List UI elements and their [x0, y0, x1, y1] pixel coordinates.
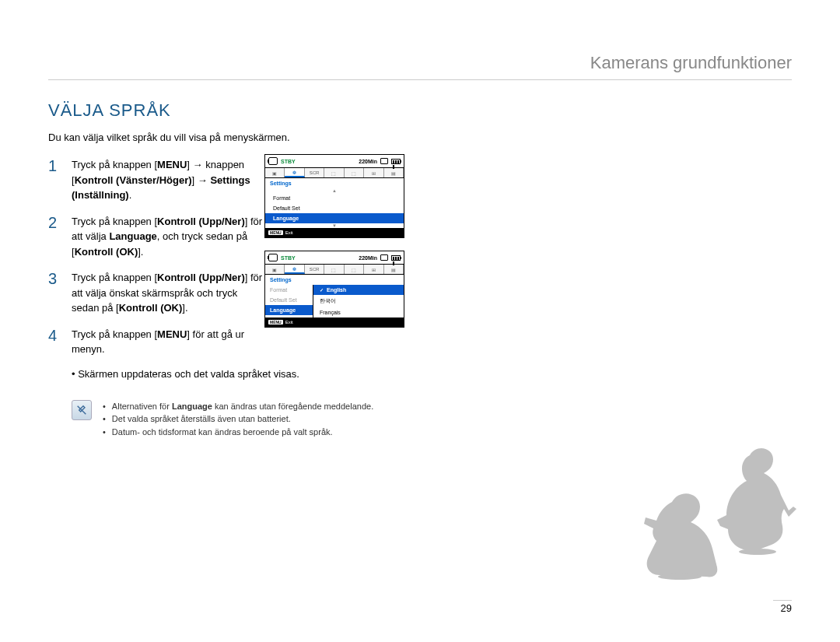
note-icon: [72, 400, 92, 420]
manual-page: Kamerans grundfunktioner VÄLJA SPRÅK Du …: [0, 0, 840, 438]
memory-card-icon: [380, 254, 388, 261]
lang-option-korean: 한국어: [313, 295, 404, 307]
menu-right-pane: ✓English 한국어 Français: [313, 285, 404, 317]
record-time: 220Min: [359, 255, 377, 261]
memory-card-icon: [380, 158, 388, 164]
menu-breadcrumb: Settings: [265, 275, 404, 285]
lang-option-francais: Français: [313, 307, 404, 317]
page-number: 29: [773, 600, 792, 614]
tab-icon: SCR: [305, 265, 324, 274]
tab-icon: ⊞: [364, 265, 383, 274]
step-text: Tryck på knappen [Kontroll (Upp/Ner)] fö…: [72, 270, 266, 316]
video-mode-icon: [268, 157, 278, 165]
battery-icon: [391, 159, 401, 164]
tab-icon: ⬚: [345, 265, 364, 274]
svg-point-0: [658, 574, 702, 580]
stby-label: STBY: [281, 255, 296, 261]
step-2: 2 Tryck på knappen [Kontroll (Upp/Ner)] …: [48, 214, 792, 260]
step-4: 4 Tryck på knappen [MENU] för att gå ur …: [48, 327, 792, 357]
menu-item-language: Language: [265, 305, 313, 315]
check-icon: ✓: [320, 287, 324, 293]
tab-settings-icon: ❁: [285, 265, 304, 274]
note-item: Datum- och tidsformat kan ändras beroend…: [103, 426, 373, 439]
menu-item-format: Format: [265, 285, 313, 295]
step-1: 1 Tryck på knappen [MENU] → knappen [Kon…: [48, 157, 792, 203]
step-text: Tryck på knappen [MENU] för att gå ur me…: [72, 327, 266, 357]
menu-item-language: Language: [265, 213, 404, 223]
decorative-silhouette: [641, 432, 796, 580]
chapter-title: Kamerans grundfunktioner: [590, 53, 792, 72]
lcd-footer: MENU Exit: [265, 228, 404, 237]
chapter-header: Kamerans grundfunktioner: [48, 53, 792, 80]
svg-point-1: [739, 549, 776, 555]
menu-two-column: Format Default Set Language ✓English 한국어…: [265, 285, 404, 317]
exit-label: Exit: [285, 230, 293, 235]
lcd-statusbar: STBY 220Min: [265, 251, 404, 265]
tab-row: ▣ ❁ SCR ⬚ ⬚ ⊞ ▤: [265, 168, 404, 178]
stby-label: STBY: [281, 159, 296, 164]
menu-items: ▲ Format Default Set Language ▼: [265, 188, 404, 228]
tab-icon: ⬚: [324, 265, 344, 274]
steps-list: 1 Tryck på knappen [MENU] → knappen [Kon…: [48, 157, 792, 380]
tab-icon: ▣: [265, 168, 285, 177]
step-3: 3 Tryck på knappen [Kontroll (Upp/Ner)] …: [48, 270, 792, 316]
tab-row: ▣ ❁ SCR ⬚ ⬚ ⊞ ▤: [265, 265, 404, 275]
menu-badge: MENU: [268, 230, 283, 235]
tab-icon: ▤: [384, 168, 404, 177]
step-number: 4: [48, 327, 62, 357]
tab-icon: SCR: [305, 168, 324, 177]
note-list: Alternativen för Language kan ändras uta…: [103, 400, 373, 439]
tab-icon: ⬚: [324, 168, 344, 177]
menu-breadcrumb: Settings: [265, 178, 404, 188]
video-mode-icon: [268, 254, 278, 261]
step-sub-bullet: • Skärmen uppdateras och det valda språk…: [72, 368, 352, 380]
lcd-mockups: STBY 220Min ▣ ❁ SCR ⬚ ⬚ ⊞ ▤ Settings ▲ F…: [264, 154, 404, 328]
lang-option-english: ✓English: [313, 285, 404, 295]
note-item: Det valda språket återställs även utan b…: [103, 412, 373, 426]
note-item: Alternativen för Language kan ändras uta…: [103, 400, 373, 413]
tab-settings-icon: ❁: [285, 168, 304, 177]
lcd-statusbar: STBY 220Min: [265, 155, 404, 168]
step-number: 2: [48, 214, 62, 260]
menu-item-format: Format: [265, 193, 404, 203]
step-text: Tryck på knappen [Kontroll (Upp/Ner)] fö…: [72, 214, 266, 260]
menu-item-defaultset: Default Set: [265, 295, 313, 305]
menu-item-defaultset: Default Set: [265, 203, 404, 213]
menu-left-pane: Format Default Set Language: [265, 285, 313, 317]
step-text: Tryck på knappen [MENU] → knappen [Kontr…: [72, 157, 266, 203]
tab-icon: ⬚: [345, 168, 364, 177]
tab-icon: ▤: [384, 265, 404, 274]
step-number: 1: [48, 157, 62, 203]
menu-badge: MENU: [268, 320, 283, 325]
lcd-screen-2: STBY 220Min ▣ ❁ SCR ⬚ ⬚ ⊞ ▤ Settings For…: [264, 251, 404, 328]
step-number: 3: [48, 270, 62, 316]
lcd-screen-1: STBY 220Min ▣ ❁ SCR ⬚ ⬚ ⊞ ▤ Settings ▲ F…: [264, 154, 404, 238]
battery-icon: [391, 255, 401, 261]
exit-label: Exit: [285, 320, 293, 325]
page-title: VÄLJA SPRÅK: [48, 100, 792, 121]
tab-icon: ⊞: [364, 168, 383, 177]
lcd-footer: MENU Exit: [265, 317, 404, 327]
intro-text: Du kan välja vilket språk du vill visa p…: [48, 132, 792, 143]
record-time: 220Min: [359, 159, 377, 164]
tab-icon: ▣: [265, 265, 285, 274]
